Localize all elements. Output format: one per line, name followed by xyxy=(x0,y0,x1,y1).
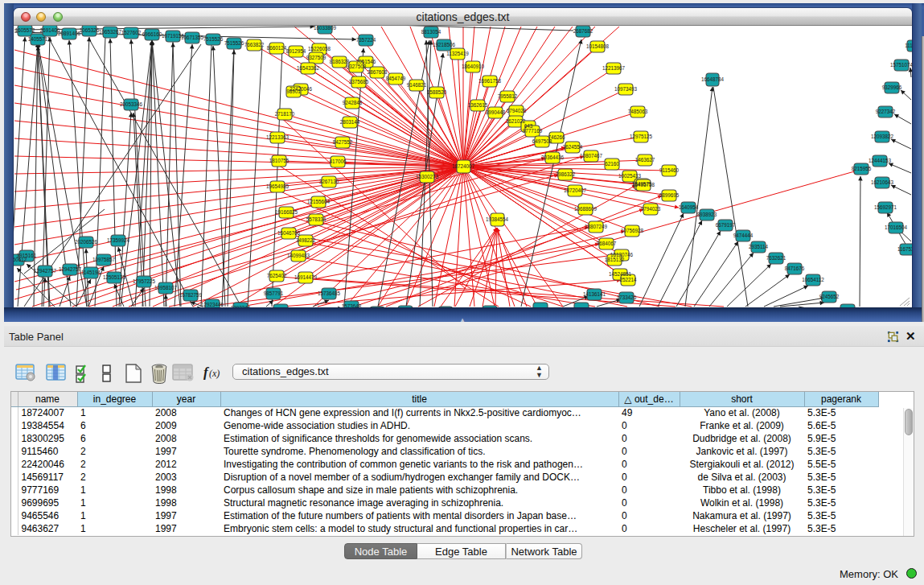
svg-text:19218506: 19218506 xyxy=(433,42,456,47)
svg-text:9329966: 9329966 xyxy=(882,84,902,90)
svg-text:3915161: 3915161 xyxy=(17,253,37,258)
svg-text:16914479: 16914479 xyxy=(294,274,318,280)
svg-text:8471676: 8471676 xyxy=(785,266,805,271)
svg-text:9777169: 9777169 xyxy=(523,128,543,134)
svg-text:1145194: 1145194 xyxy=(81,270,101,275)
svg-text:15692971: 15692971 xyxy=(874,204,897,210)
svg-text:7357224: 7357224 xyxy=(356,37,376,43)
svg-text:15736485: 15736485 xyxy=(318,290,341,296)
svg-text:16033809: 16033809 xyxy=(314,26,337,31)
svg-text:1640954: 1640954 xyxy=(679,204,699,210)
svg-text:7986322: 7986322 xyxy=(556,171,576,177)
svg-text:14524851: 14524851 xyxy=(609,271,632,277)
svg-text:12942757: 12942757 xyxy=(59,266,82,272)
svg-text:2867608: 2867608 xyxy=(368,69,388,75)
svg-text:12923446: 12923446 xyxy=(201,302,224,307)
svg-text:3267130: 3267130 xyxy=(319,179,339,184)
svg-text:12975125: 12975125 xyxy=(630,134,653,139)
svg-text:5578334: 5578334 xyxy=(306,216,326,222)
svg-text:1292344: 1292344 xyxy=(231,305,251,307)
svg-text:6794028: 6794028 xyxy=(507,108,527,113)
svg-text:3624554: 3624554 xyxy=(563,144,583,150)
svg-text:12093822: 12093822 xyxy=(871,134,894,139)
svg-text:10654112: 10654112 xyxy=(802,277,824,282)
svg-text:9115460: 9115460 xyxy=(659,167,680,173)
svg-text:17957225: 17957225 xyxy=(133,278,156,284)
svg-text:16961758: 16961758 xyxy=(478,78,502,84)
svg-text:62160: 62160 xyxy=(605,161,619,167)
svg-text:10756928: 10756928 xyxy=(621,228,644,233)
svg-text:2935114: 2935114 xyxy=(749,244,769,249)
svg-text:1065326: 1065326 xyxy=(80,27,100,33)
svg-text:7625402: 7625402 xyxy=(267,273,287,278)
svg-text:9857791: 9857791 xyxy=(264,290,284,296)
svg-text:16046766: 16046766 xyxy=(277,230,301,236)
svg-text:10025433: 10025433 xyxy=(618,173,642,179)
svg-text:2687682: 2687682 xyxy=(573,28,593,34)
svg-text:16543362: 16543362 xyxy=(297,65,320,71)
svg-text:10653267: 10653267 xyxy=(99,29,122,35)
svg-text:7485063: 7485063 xyxy=(628,109,648,114)
svg-text:1810755: 1810755 xyxy=(269,158,290,163)
svg-text:1621022: 1621022 xyxy=(506,118,526,124)
svg-text:(x): (x) xyxy=(209,368,220,379)
svg-text:252214: 252214 xyxy=(619,277,637,282)
svg-text:9146821: 9146821 xyxy=(407,82,427,88)
svg-text:9245652: 9245652 xyxy=(819,294,840,299)
svg-text:17359924: 17359924 xyxy=(107,237,130,243)
svg-text:9327508: 9327508 xyxy=(347,64,367,69)
svg-text:15300273: 15300273 xyxy=(416,174,439,179)
svg-text:6497508: 6497508 xyxy=(532,138,552,144)
svg-text:6899695: 6899695 xyxy=(659,192,680,198)
svg-text:15495758: 15495758 xyxy=(632,182,655,187)
svg-text:11325419: 11325419 xyxy=(446,51,469,56)
svg-text:17016504: 17016504 xyxy=(885,225,908,230)
svg-text:16648784: 16648784 xyxy=(701,76,725,82)
svg-text:18640910: 18640910 xyxy=(462,64,485,69)
svg-text:20891406: 20891406 xyxy=(58,31,81,36)
svg-text:18807249: 18807249 xyxy=(585,224,608,229)
svg-text:1405571: 1405571 xyxy=(28,36,48,42)
svg-text:12505135: 12505135 xyxy=(103,274,126,280)
svg-text:7955812: 7955812 xyxy=(498,93,518,99)
svg-text:7515526: 7515526 xyxy=(203,36,224,42)
svg-text:2803144: 2803144 xyxy=(340,119,360,125)
svg-text:6966160: 6966160 xyxy=(142,31,162,37)
svg-text:12444153: 12444153 xyxy=(869,158,892,163)
svg-text:1362615: 1362615 xyxy=(468,102,488,108)
svg-text:1588520: 1588520 xyxy=(427,89,447,95)
svg-text:1733426: 1733426 xyxy=(617,295,637,300)
svg-text:14136141: 14136141 xyxy=(583,291,606,297)
svg-text:10688609: 10688609 xyxy=(574,206,598,212)
svg-text:12155604: 12155604 xyxy=(307,199,331,204)
svg-text:10154808: 10154808 xyxy=(586,43,610,49)
svg-text:12213363: 12213363 xyxy=(266,134,290,140)
svg-text:9242848: 9242848 xyxy=(343,100,363,105)
svg-text:9227342: 9227342 xyxy=(876,109,896,114)
svg-text:417006: 417006 xyxy=(329,159,347,164)
svg-text:8215955: 8215955 xyxy=(852,166,872,171)
svg-text:9794023: 9794023 xyxy=(641,206,661,212)
svg-text:20364436: 20364436 xyxy=(541,154,565,160)
svg-text:10807467: 10807467 xyxy=(580,153,603,159)
svg-text:1815132: 1815132 xyxy=(605,257,625,262)
svg-text:3498222: 3498222 xyxy=(296,237,316,243)
svg-text:1573648: 1573648 xyxy=(342,303,362,307)
svg-text:16782759: 16782759 xyxy=(179,292,203,298)
svg-text:7663822: 7663822 xyxy=(244,42,265,47)
svg-text:9474444: 9474444 xyxy=(733,233,754,238)
svg-text:3375685: 3375685 xyxy=(349,79,369,84)
svg-text:8938923: 8938923 xyxy=(697,212,717,217)
svg-text:1527602: 1527602 xyxy=(121,30,142,35)
svg-text:7515526: 7515526 xyxy=(224,40,244,46)
svg-text:98901: 98901 xyxy=(286,89,301,94)
svg-text:14099483: 14099483 xyxy=(287,253,310,258)
svg-text:9684067: 9684067 xyxy=(597,241,617,246)
svg-text:19166825: 19166825 xyxy=(275,209,298,215)
svg-text:19384554: 19384554 xyxy=(486,216,509,222)
svg-text:10975857: 10975857 xyxy=(92,257,116,262)
svg-text:8454749: 8454749 xyxy=(386,76,406,81)
svg-text:924565: 924565 xyxy=(839,307,856,307)
svg-text:18720407: 18720407 xyxy=(564,187,587,193)
svg-text:7632621: 7632621 xyxy=(766,255,786,261)
